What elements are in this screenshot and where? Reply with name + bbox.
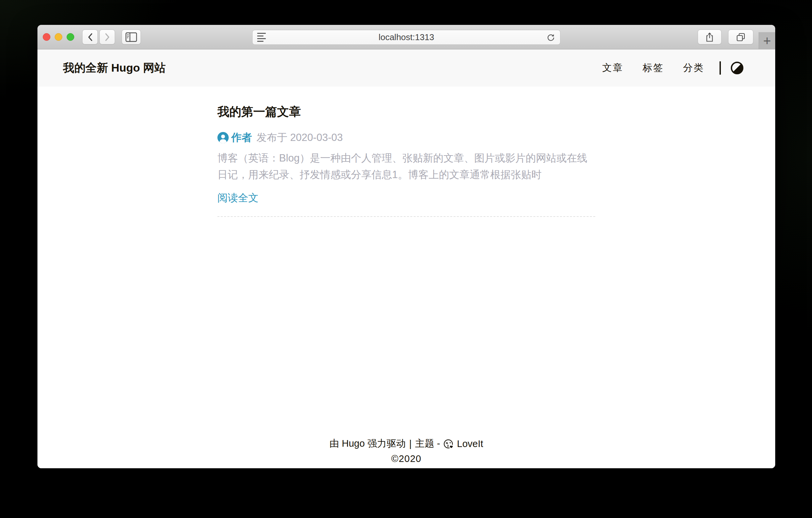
reload-icon[interactable] bbox=[546, 33, 555, 42]
address-bar[interactable]: localhost:1313 bbox=[252, 30, 560, 45]
copyright-text: ©2020 bbox=[392, 453, 422, 464]
share-icon bbox=[706, 32, 714, 42]
hugo-powered-link[interactable]: 由 Hugo 强力驱动 bbox=[329, 437, 406, 451]
post-meta: 作者 发布于 2020-03-03 bbox=[218, 131, 595, 144]
plus-icon: + bbox=[763, 34, 771, 48]
site-title[interactable]: 我的全新 Hugo 网站 bbox=[63, 60, 166, 76]
post-summary-card: 我的第一篇文章 bbox=[218, 86, 595, 217]
theme-toggle-icon[interactable] bbox=[731, 62, 744, 74]
window-controls bbox=[43, 33, 74, 41]
post-summary-text: 博客（英语：Blog）是一种由个人管理、张贴新的文章、图片或影片的网站或在线日记… bbox=[218, 150, 595, 183]
chevron-right-icon bbox=[105, 33, 110, 42]
author-name: 作者 bbox=[231, 131, 252, 144]
footer-credit-line: 由 Hugo 强力驱动 | 主题 - bbox=[37, 437, 775, 451]
nav-divider bbox=[720, 61, 721, 75]
history-nav-group bbox=[82, 29, 115, 45]
forward-button[interactable] bbox=[99, 29, 115, 45]
share-button[interactable] bbox=[698, 29, 722, 45]
close-window-button[interactable] bbox=[43, 33, 50, 41]
tabs-overview-icon bbox=[736, 32, 746, 42]
post-title-link[interactable]: 我的第一篇文章 bbox=[218, 104, 595, 120]
publish-date: 发布于 2020-03-03 bbox=[257, 131, 343, 144]
nav-item-posts[interactable]: 文章 bbox=[602, 61, 624, 75]
desktop-background: localhost:1313 bbox=[0, 0, 812, 518]
footer-separator: | bbox=[409, 438, 412, 449]
theme-loveit-link[interactable]: LoveIt bbox=[457, 438, 483, 449]
toolbar-right-group bbox=[698, 29, 753, 45]
new-tab-button[interactable]: + bbox=[759, 32, 775, 49]
zoom-window-button[interactable] bbox=[67, 33, 74, 41]
post-divider bbox=[218, 216, 595, 217]
site-nav: 文章 标签 分类 bbox=[583, 61, 744, 75]
url-text[interactable]: localhost:1313 bbox=[253, 32, 560, 43]
back-button[interactable] bbox=[82, 29, 98, 45]
footer-copyright-line: ©2020 bbox=[37, 453, 775, 464]
nav-item-categories[interactable]: 分类 bbox=[683, 61, 704, 75]
reader-view-icon[interactable] bbox=[257, 33, 266, 42]
sidebar-toggle-button[interactable] bbox=[122, 29, 141, 45]
site-header: 我的全新 Hugo 网站 文章 标签 分类 bbox=[37, 49, 775, 86]
main-content: 我的第一篇文章 bbox=[37, 86, 775, 468]
read-more-link[interactable]: 阅读全文 bbox=[218, 191, 259, 205]
nav-item-tags[interactable]: 标签 bbox=[643, 61, 664, 75]
page-viewport: 我的全新 Hugo 网站 文章 标签 分类 我的第一篇文章 bbox=[37, 49, 775, 468]
kiss-wink-heart-icon bbox=[443, 439, 454, 449]
minimize-window-button[interactable] bbox=[55, 33, 62, 41]
show-all-tabs-button[interactable] bbox=[728, 29, 753, 45]
browser-toolbar: localhost:1313 bbox=[37, 25, 775, 49]
chevron-left-icon bbox=[87, 33, 93, 42]
sidebar-toggle-icon bbox=[125, 32, 137, 42]
safari-window: localhost:1313 bbox=[37, 25, 775, 468]
circle-user-icon bbox=[218, 132, 229, 143]
site-footer: 由 Hugo 强力驱动 | 主题 - bbox=[37, 437, 775, 468]
footer-theme-label: 主题 - bbox=[415, 437, 440, 451]
author-link[interactable]: 作者 bbox=[218, 131, 252, 144]
